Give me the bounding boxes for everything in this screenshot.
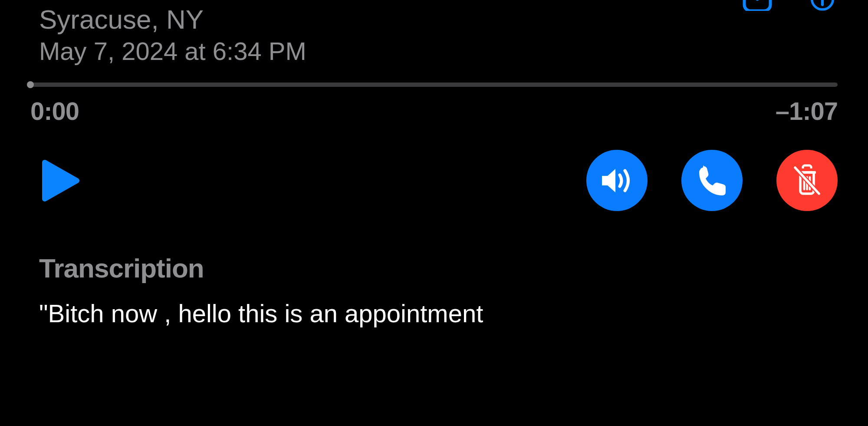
header-text-block: Syracuse, NY May 7, 2024 at 6:34 PM — [39, 0, 306, 67]
play-icon — [41, 159, 80, 202]
info-button[interactable] — [807, 0, 838, 11]
play-button[interactable] — [30, 150, 91, 211]
speaker-icon — [600, 165, 635, 196]
call-datetime: May 7, 2024 at 6:34 PM — [39, 36, 306, 67]
remaining-time: –1:07 — [776, 96, 838, 125]
progress-track[interactable] — [30, 83, 838, 87]
caller-location: Syracuse, NY — [39, 3, 306, 36]
action-buttons-group — [586, 150, 838, 211]
voicemail-header: Syracuse, NY May 7, 2024 at 6:34 PM — [39, 0, 838, 67]
playback-progress: 0:00 –1:07 — [30, 83, 838, 125]
transcription-heading: Transcription — [39, 253, 838, 284]
transcription-section: Transcription "Bitch now , hello this is… — [39, 253, 838, 330]
current-time: 0:00 — [30, 96, 79, 125]
trash-slash-icon — [791, 164, 823, 197]
phone-icon — [697, 165, 727, 196]
speaker-button[interactable] — [586, 150, 648, 211]
header-action-icons — [742, 0, 838, 11]
call-back-button[interactable] — [681, 150, 743, 211]
progress-thumb[interactable] — [27, 81, 34, 88]
delete-button[interactable] — [776, 150, 838, 211]
transcription-body: "Bitch now , hello this is an appointmen… — [39, 297, 838, 330]
share-icon — [742, 0, 773, 11]
svg-rect-0 — [744, 0, 770, 11]
time-labels: 0:00 –1:07 — [30, 96, 838, 125]
share-button[interactable] — [742, 0, 773, 11]
info-icon — [807, 0, 838, 11]
playback-controls — [30, 150, 838, 211]
